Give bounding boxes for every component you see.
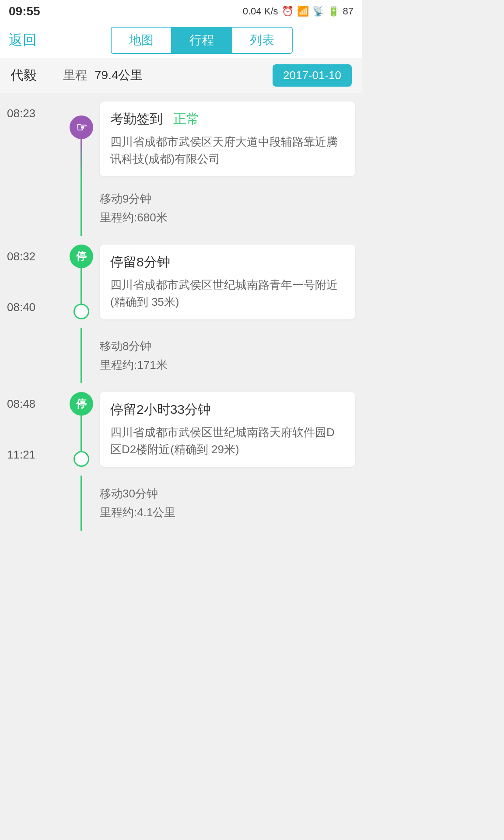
checkin-title: 考勤签到 正常 (110, 110, 345, 128)
status-speed: 0.04 K/s (243, 6, 278, 17)
date-badge: 2017-01-10 (273, 64, 352, 87)
timeline: 08:23 ☞ 考勤签到 正常 四川省成都市武侯区天府大道中段辅路靠近腾讯科技(… (0, 93, 362, 548)
content-col: 考勤签到 正常 四川省成都市武侯区天府大道中段辅路靠近腾讯科技(成都)有限公司 (100, 93, 355, 181)
status-time: 09:55 (9, 4, 40, 18)
status-right: 0.04 K/s ⏰ 📶 📡 🔋 87 (243, 6, 354, 17)
stop1-time-end: 08:40 (7, 301, 68, 328)
nav-bar: 返回 地图 行程 列表 (0, 23, 362, 58)
status-bar: 09:55 0.04 K/s ⏰ 📶 📡 🔋 87 (0, 0, 362, 23)
speed-unit: K/s (264, 6, 278, 17)
movement-3-duration: 移动30分钟 (100, 486, 355, 501)
node-col: ☞ (68, 93, 94, 181)
event-checkin: 08:23 ☞ 考勤签到 正常 四川省成都市武侯区天府大道中段辅路靠近腾讯科技(… (0, 93, 362, 181)
stop2-node: 停 (70, 392, 93, 416)
movement-2: 移动8分钟 里程约:171米 (0, 328, 362, 383)
movement-1-duration: 移动9分钟 (100, 191, 355, 206)
stop1-card: 停留8分钟 四川省成都市武侯区世纪城南路青年一号附近(精确到 35米) (100, 245, 355, 319)
stop2-title: 停留2小时33分钟 (110, 401, 345, 419)
tab-list[interactable]: 列表 (231, 28, 292, 53)
checkin-address: 四川省成都市武侯区天府大道中段辅路靠近腾讯科技(成都)有限公司 (110, 133, 345, 168)
signal-icon: 📡 (312, 6, 324, 17)
stop2-card: 停留2小时33分钟 四川省成都市武侯区世纪城南路天府软件园D区D2楼附近(精确到… (100, 392, 355, 467)
movement-2-duration: 移动8分钟 (100, 339, 355, 354)
mileage-label: 里程 (63, 67, 88, 84)
checkin-node: ☞ (70, 116, 93, 139)
nav-tabs: 地图 行程 列表 (111, 27, 293, 54)
stop1-address: 四川省成都市武侯区世纪城南路青年一号附近(精确到 35米) (110, 276, 345, 311)
movement-2-distance: 里程约:171米 (100, 357, 355, 373)
mileage-value: 79.4公里 (94, 67, 143, 84)
stop1-title: 停留8分钟 (110, 253, 345, 271)
wifi-icon: 📶 (297, 6, 309, 17)
stop1-end-node (74, 304, 89, 319)
stop1-time-start: 08:32 (7, 236, 68, 263)
stop2-end-node (74, 451, 89, 467)
movement-3-distance: 里程约:4.1公里 (100, 505, 355, 520)
tab-map[interactable]: 地图 (112, 28, 171, 53)
movement-1-distance: 里程约:680米 (100, 210, 355, 225)
stop2-time-end: 11:21 (7, 448, 68, 476)
driver-name: 代毅 (10, 66, 37, 84)
time-col: 08:23 (7, 93, 68, 181)
tab-trip[interactable]: 行程 (171, 28, 231, 53)
back-button[interactable]: 返回 (9, 31, 37, 50)
battery-icon: 🔋 (328, 6, 340, 17)
clock-icon: ⏰ (282, 6, 294, 17)
stop2-time-start: 08:48 (7, 383, 68, 411)
movement-3: 移动30分钟 里程约:4.1公里 (0, 476, 362, 531)
summary-row: 代毅 里程 79.4公里 2017-01-10 (0, 58, 362, 93)
checkin-status: 正常 (173, 112, 200, 126)
stop-1: 08:32 08:40 停 停留8分钟 四川省成都市武侯区世纪城南路青年一号附近… (0, 236, 362, 328)
movement-1: 移动9分钟 里程约:680米 (0, 181, 362, 236)
stop-2: 08:48 11:21 停 停留2小时33分钟 四川省成都市武侯区世纪城南路天府… (0, 383, 362, 476)
stop2-address: 四川省成都市武侯区世纪城南路天府软件园D区D2楼附近(精确到 29米) (110, 424, 345, 458)
checkin-card: 考勤签到 正常 四川省成都市武侯区天府大道中段辅路靠近腾讯科技(成都)有限公司 (100, 102, 355, 176)
stop1-node: 停 (70, 245, 93, 268)
line-after-checkin (80, 139, 82, 181)
battery-level: 87 (343, 6, 354, 17)
event-time-0823: 08:23 (7, 93, 68, 120)
